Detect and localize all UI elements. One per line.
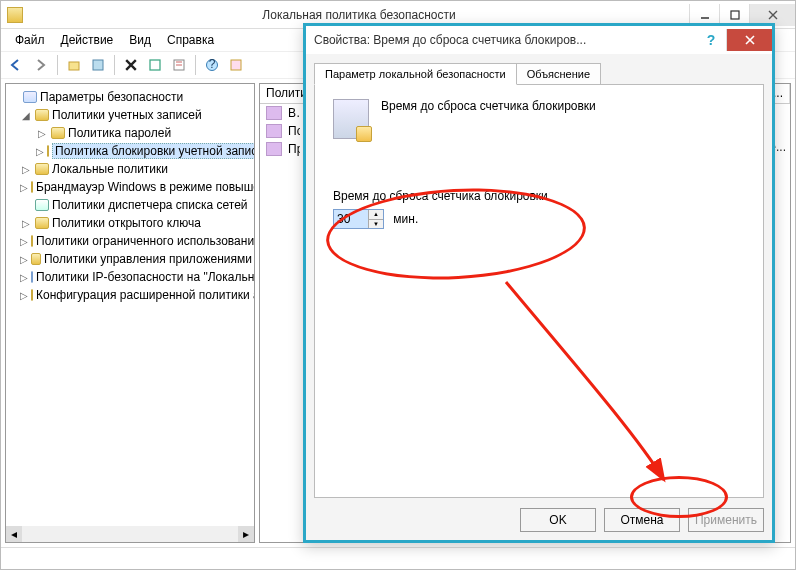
tree-node-ipsec[interactable]: ▷Политики IP-безопасности на "Локальный … [8, 268, 252, 286]
delete-button[interactable] [120, 54, 142, 76]
tree-label: Политика блокировки учетной записи [52, 143, 255, 159]
folder-icon [47, 145, 49, 157]
separator-icon [195, 55, 196, 75]
ok-button[interactable]: OK [520, 508, 596, 532]
apply-button[interactable]: Применить [688, 508, 764, 532]
svg-rect-7 [231, 60, 241, 70]
policy-icon [266, 142, 282, 156]
security-icon [23, 91, 37, 103]
spin-up-button[interactable]: ▲ [369, 210, 383, 220]
list-item-label: Время до сброса счетчика блокировки [288, 106, 300, 120]
policy-icon [266, 106, 282, 120]
tree-label: Политики управления приложениями [44, 252, 252, 266]
scroll-right-icon[interactable]: ▸ [238, 526, 254, 542]
tree-node-lockout-policy[interactable]: ▷Политика блокировки учетной записи [8, 142, 252, 160]
tree-label: Параметры безопасности [40, 90, 183, 104]
menu-help[interactable]: Справка [159, 30, 222, 50]
menu-view[interactable]: Вид [121, 30, 159, 50]
menu-file[interactable]: Файл [7, 30, 53, 50]
svg-rect-2 [93, 60, 103, 70]
horizontal-scrollbar[interactable]: ◂ ▸ [6, 526, 254, 542]
expander-icon[interactable]: ▷ [20, 290, 28, 301]
tree-node-local-policies[interactable]: ▷Локальные политики [8, 160, 252, 178]
dialog-title: Свойства: Время до сброса счетчика блоки… [314, 33, 696, 47]
tree-node-password-policy[interactable]: ▷Политика паролей [8, 124, 252, 142]
app-icon [7, 7, 23, 23]
tree-label: Брандмауэр Windows в режиме повышенной б… [36, 180, 255, 194]
expander-icon[interactable]: ▷ [20, 254, 28, 265]
tree-panel[interactable]: Параметры безопасности ◢Политики учетных… [5, 83, 255, 543]
folder-icon [31, 289, 33, 301]
field-label: Время до сброса счетчика блокировки [333, 189, 745, 203]
folder-icon [35, 109, 49, 121]
tree-node-network-list[interactable]: Политики диспетчера списка сетей [8, 196, 252, 214]
expander-icon[interactable]: ▷ [20, 236, 28, 247]
policy-icon [266, 124, 282, 138]
tree-node-public-key[interactable]: ▷Политики открытого ключа [8, 214, 252, 232]
tree-node-app-control[interactable]: ▷Политики управления приложениями [8, 250, 252, 268]
dialog-titlebar: Свойства: Время до сброса счетчика блоки… [306, 26, 772, 54]
folder-icon [31, 181, 33, 193]
tree-node-account-policies[interactable]: ◢Политики учетных записей [8, 106, 252, 124]
scroll-left-icon[interactable]: ◂ [6, 526, 22, 542]
tree-label: Политики IP-безопасности на "Локальный к… [36, 270, 255, 284]
tabstrip: Параметр локальной безопасности Объяснен… [314, 62, 764, 84]
tree-node-software-restriction[interactable]: ▷Политики ограниченного использования пр… [8, 232, 252, 250]
main-window: Локальная политика безопасности Файл Дей… [0, 0, 796, 570]
expander-icon[interactable]: ▷ [20, 182, 28, 193]
extra-button[interactable] [225, 54, 247, 76]
folder-icon [51, 127, 65, 139]
spinner-buttons: ▲ ▼ [368, 210, 383, 228]
tree-label: Политики диспетчера списка сетей [52, 198, 248, 212]
folder-icon [31, 253, 41, 265]
dialog-help-button[interactable]: ? [696, 32, 726, 48]
expander-icon[interactable]: ▷ [36, 146, 44, 157]
folder-icon [35, 163, 49, 175]
tab-local-security-param[interactable]: Параметр локальной безопасности [314, 63, 517, 85]
expander-icon[interactable]: ▷ [20, 272, 28, 283]
spin-down-button[interactable]: ▼ [369, 220, 383, 229]
field-area: Время до сброса счетчика блокировки ▲ ▼ … [333, 189, 745, 229]
tree-label: Политики учетных записей [52, 108, 202, 122]
scroll-track[interactable] [22, 526, 238, 542]
shield-icon [31, 271, 33, 283]
tree-node-firewall[interactable]: ▷Брандмауэр Windows в режиме повышенной … [8, 178, 252, 196]
tree-label: Конфигурация расширенной политики аудита [36, 288, 255, 302]
svg-rect-3 [150, 60, 160, 70]
policy-header: Время до сброса счетчика блокировки [333, 99, 745, 139]
svg-rect-1 [69, 62, 79, 70]
menu-action[interactable]: Действие [53, 30, 122, 50]
tree-node-audit[interactable]: ▷Конфигурация расширенной политики аудит… [8, 286, 252, 304]
expander-icon[interactable]: ▷ [20, 218, 32, 229]
separator-icon [114, 55, 115, 75]
back-button[interactable] [6, 54, 28, 76]
policy-name: Время до сброса счетчика блокировки [381, 99, 596, 113]
tree-root[interactable]: Параметры безопасности [8, 88, 252, 106]
policy-large-icon [333, 99, 369, 139]
minutes-spinner: ▲ ▼ [333, 209, 384, 229]
expander-icon[interactable]: ◢ [20, 110, 32, 121]
svg-text:?: ? [209, 58, 216, 71]
export-button[interactable] [168, 54, 190, 76]
tree-label: Политика паролей [68, 126, 171, 140]
help-button[interactable]: ? [201, 54, 223, 76]
folder-icon [35, 217, 49, 229]
expander-icon[interactable]: ▷ [36, 128, 48, 139]
minutes-input[interactable] [334, 210, 368, 228]
forward-button[interactable] [30, 54, 52, 76]
separator-icon [57, 55, 58, 75]
expander-icon[interactable]: ▷ [20, 164, 32, 175]
statusbar [1, 547, 795, 569]
cancel-button[interactable]: Отмена [604, 508, 680, 532]
unit-label: мин. [393, 212, 418, 226]
refresh-button[interactable] [144, 54, 166, 76]
properties-dialog: Свойства: Время до сброса счетчика блоки… [303, 23, 775, 543]
up-button[interactable] [63, 54, 85, 76]
folder-icon [31, 235, 33, 247]
dialog-close-button[interactable] [726, 29, 772, 51]
tab-explanation[interactable]: Объяснение [516, 63, 601, 85]
properties-button[interactable] [87, 54, 109, 76]
tree-label: Политики открытого ключа [52, 216, 201, 230]
tab-page: Время до сброса счетчика блокировки Врем… [314, 84, 764, 498]
dialog-buttons: OK Отмена Применить [314, 508, 764, 532]
